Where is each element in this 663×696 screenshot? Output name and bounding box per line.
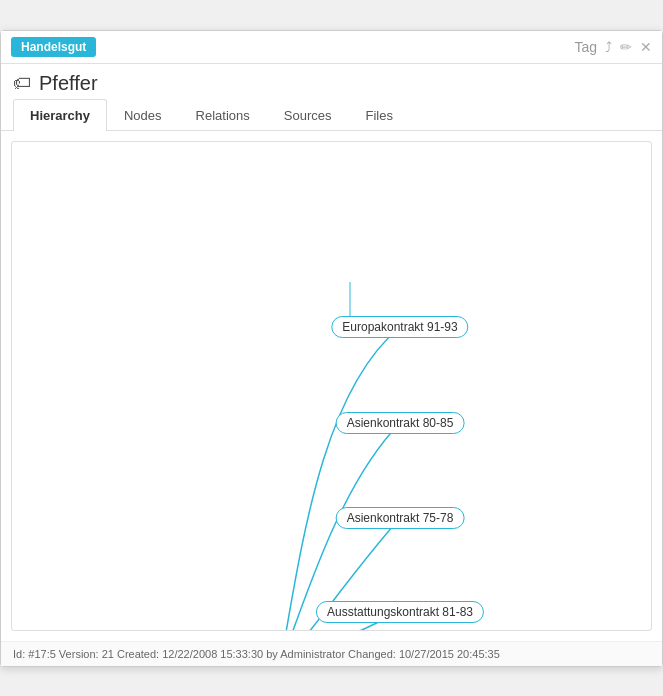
main-window: Handelsgut Tag ⤴ ✏ ✕ 🏷 Pfeffer Hierarchy… <box>0 30 663 667</box>
content-area: Handelsgut Pfeffer Europakontrakt 91-93 … <box>1 131 662 641</box>
tab-relations[interactable]: Relations <box>179 99 267 131</box>
title-row: 🏷 Pfeffer <box>1 64 662 99</box>
header-actions: Tag ⤴ ✏ ✕ <box>574 39 652 55</box>
tab-nodes[interactable]: Nodes <box>107 99 179 131</box>
node-europakontrakt[interactable]: Europakontrakt 91-93 <box>331 316 468 338</box>
tag-label: Tag <box>574 39 597 55</box>
tag-icon: 🏷 <box>13 73 31 94</box>
graph-svg <box>12 142 651 630</box>
close-icon[interactable]: ✕ <box>640 39 652 55</box>
edit-icon[interactable]: ✏ <box>620 39 632 55</box>
node-ausstattungskontrakt8183[interactable]: Ausstattungskontrakt 81-83 <box>316 601 484 623</box>
share-icon[interactable]: ⤴ <box>605 39 612 55</box>
window-header: Handelsgut Tag ⤴ ✏ ✕ <box>1 31 662 64</box>
footer: Id: #17:5 Version: 21 Created: 12/22/200… <box>1 641 662 666</box>
page-title: Pfeffer <box>39 72 98 95</box>
tab-files[interactable]: Files <box>348 99 409 131</box>
graph-container: Handelsgut Pfeffer Europakontrakt 91-93 … <box>11 141 652 631</box>
tab-bar: Hierarchy Nodes Relations Sources Files <box>1 99 662 131</box>
tab-sources[interactable]: Sources <box>267 99 349 131</box>
handelsgut-badge[interactable]: Handelsgut <box>11 37 96 57</box>
tab-hierarchy[interactable]: Hierarchy <box>13 99 107 131</box>
node-asienkontrakt8085[interactable]: Asienkontrakt 80-85 <box>336 412 465 434</box>
node-asienkontrakt7578[interactable]: Asienkontrakt 75-78 <box>336 507 465 529</box>
